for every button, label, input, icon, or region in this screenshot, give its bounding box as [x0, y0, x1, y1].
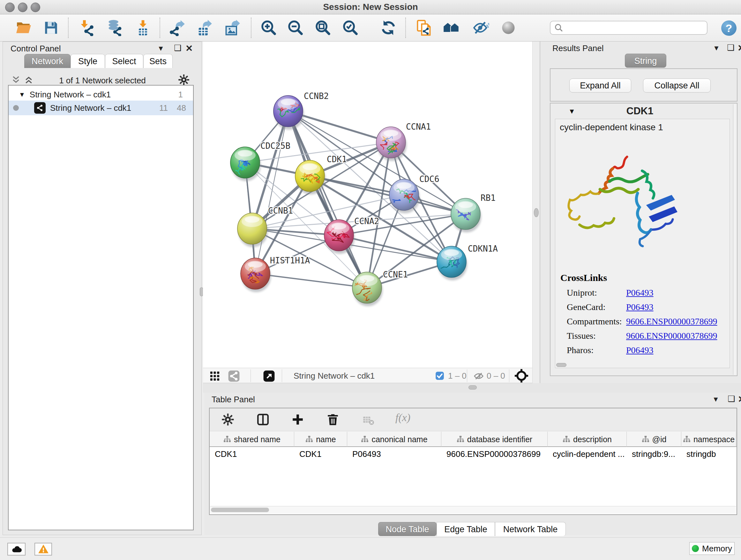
network-node-CCNB1[interactable]	[238, 213, 268, 247]
zoom-out-icon[interactable]	[286, 19, 305, 37]
close-panel-icon[interactable]: ✕	[738, 43, 741, 53]
import-network-database-icon[interactable]	[106, 19, 124, 37]
network-node-CCNA1[interactable]	[376, 127, 407, 161]
float-panel-icon[interactable]: ▼	[712, 395, 719, 403]
fit-selected-crosshair-icon[interactable]	[515, 369, 529, 384]
collapse-all-button[interactable]: Collapse All	[643, 78, 711, 92]
tab-sets[interactable]: Sets	[143, 54, 173, 68]
table-cell[interactable]: CDK1	[210, 447, 294, 461]
tab-select[interactable]: Select	[105, 54, 143, 68]
zoom-fit-icon[interactable]	[314, 19, 332, 37]
zoom-selected-icon[interactable]	[341, 19, 359, 37]
crosslink-link[interactable]: P06493	[626, 345, 654, 355]
table-hscrollbar[interactable]	[210, 506, 736, 514]
table-cell[interactable]: cyclin-dependent ...	[548, 447, 627, 461]
open-session-icon[interactable]	[15, 19, 32, 37]
hidden-eye-icon[interactable]	[474, 371, 484, 382]
node-label-CDK1: CDK1	[327, 154, 347, 164]
table-cell[interactable]: P06493	[347, 447, 441, 461]
birdseye-view-icon[interactable]	[209, 371, 220, 383]
tab-network-table[interactable]: Network Table	[495, 522, 566, 536]
network-row-selected[interactable]: String Network – cdk1 11 48	[9, 101, 193, 115]
table-cell[interactable]: stringdb:9...	[627, 447, 681, 461]
tab-string[interactable]: String	[625, 54, 666, 68]
import-table-file-icon[interactable]	[134, 19, 152, 37]
export-table-icon[interactable]	[195, 19, 213, 37]
collection-expander-icon[interactable]: ▼	[19, 91, 25, 98]
memory-button[interactable]: Memory	[689, 542, 735, 555]
attribute-icon	[562, 435, 570, 443]
network-edge[interactable]	[255, 273, 367, 288]
clone-network-icon[interactable]	[415, 19, 433, 37]
warning-status-button[interactable]	[35, 543, 52, 556]
table-gear-icon[interactable]	[221, 413, 234, 428]
float-panel-icon[interactable]: ▼	[157, 44, 164, 53]
close-panel-icon[interactable]: ✕	[738, 394, 741, 405]
export-image-icon[interactable]	[223, 19, 241, 37]
crosslink-link[interactable]: 9606.ENSP00000378699	[626, 331, 717, 341]
tab-node-table[interactable]: Node Table	[378, 522, 436, 536]
tab-network[interactable]: Network	[24, 54, 71, 68]
network-edge[interactable]	[339, 235, 452, 262]
close-panel-icon[interactable]: ✕	[185, 43, 193, 54]
network-node-CDC25B[interactable]	[230, 147, 261, 181]
network-node-HIST1H1A[interactable]	[241, 258, 271, 292]
tab-style[interactable]: Style	[71, 54, 105, 68]
collection-name: String Network – cdk1	[30, 90, 111, 100]
results-content-box: ▼ CDK1 cyclin-dependent kinase 1	[550, 103, 738, 376]
node-label-CCNB1: CCNB1	[268, 206, 293, 215]
crosslink-link[interactable]: 9606.ENSP00000378699	[626, 316, 717, 327]
network-edge[interactable]	[310, 176, 466, 214]
hide-selection-icon[interactable]	[472, 19, 490, 37]
open-in-window-icon[interactable]	[263, 370, 275, 383]
selected-checkbox-icon[interactable]	[435, 371, 444, 381]
column-header--id[interactable]: @id	[627, 432, 681, 447]
column-header-description[interactable]: description	[548, 432, 627, 447]
table-cell[interactable]: CDK1	[294, 447, 347, 461]
tab-edge-table[interactable]: Edge Table	[436, 522, 495, 536]
maximize-panel-icon[interactable]: ❑	[728, 394, 735, 404]
results-scrollbar[interactable]	[733, 104, 737, 375]
crosslink-row: Tissues:9606.ENSP00000378699	[555, 329, 730, 344]
refresh-icon[interactable]	[380, 19, 397, 37]
export-network-icon[interactable]	[168, 19, 186, 37]
network-node-RB1[interactable]	[451, 198, 481, 233]
expand-all-button[interactable]: Expand All	[569, 78, 631, 92]
splitter-handle[interactable]	[534, 208, 539, 217]
network-node-CDK1[interactable]	[295, 160, 326, 194]
float-panel-icon[interactable]: ▼	[713, 44, 720, 52]
column-header-name[interactable]: name	[294, 432, 347, 447]
crosslinks-list: Uniprot:P06493GeneCard:P06493Compartment…	[555, 287, 730, 358]
import-network-file-icon[interactable]	[78, 19, 96, 37]
column-header-database-identifier[interactable]: database identifier	[441, 432, 548, 447]
crosslink-link[interactable]: P06493	[626, 288, 654, 298]
first-neighbors-icon[interactable]	[442, 19, 460, 37]
network-node-CDKN1A[interactable]	[437, 246, 467, 280]
node-label-HIST1H1A: HIST1H1A	[270, 256, 310, 265]
table-cell[interactable]: 9606.ENSP00000378699	[441, 447, 548, 461]
crosslink-link[interactable]: P06493	[626, 302, 654, 312]
string-share-icon[interactable]	[228, 370, 240, 383]
search-input[interactable]	[563, 23, 698, 33]
select-columns-icon[interactable]	[256, 413, 270, 428]
column-header-namespace[interactable]: namespace	[681, 432, 736, 447]
network-canvas[interactable]: CCNB2CCNA1CDC25BCDK1CDC6RB1CCNB1CCNA2CDK…	[203, 42, 532, 368]
help-button[interactable]: ?	[721, 20, 737, 36]
mini-scrollbar-thumb[interactable]	[556, 363, 566, 367]
network-node-CCNE1[interactable]	[349, 272, 383, 306]
cloud-status-button[interactable]	[7, 543, 25, 556]
table-row[interactable]: CDK1CDK1P064939606.ENSP00000378699cyclin…	[210, 447, 737, 461]
delete-column-icon[interactable]	[326, 413, 340, 428]
maximize-panel-icon[interactable]: ❑	[174, 43, 181, 53]
zoom-in-icon[interactable]	[260, 19, 278, 37]
show-all-icon[interactable]	[499, 19, 517, 37]
splitter-handle[interactable]	[468, 385, 477, 389]
add-column-icon[interactable]	[291, 413, 305, 428]
maximize-panel-icon[interactable]: ❑	[727, 43, 734, 53]
column-header-canonical-name[interactable]: canonical name	[347, 432, 441, 447]
save-session-icon[interactable]	[42, 19, 60, 37]
table-cell[interactable]: stringdb	[681, 447, 736, 461]
column-header-shared-name[interactable]: shared name	[210, 432, 294, 447]
network-collection-row[interactable]: ▼ String Network – cdk1 1	[9, 87, 193, 102]
toolbar-separator	[159, 17, 160, 38]
